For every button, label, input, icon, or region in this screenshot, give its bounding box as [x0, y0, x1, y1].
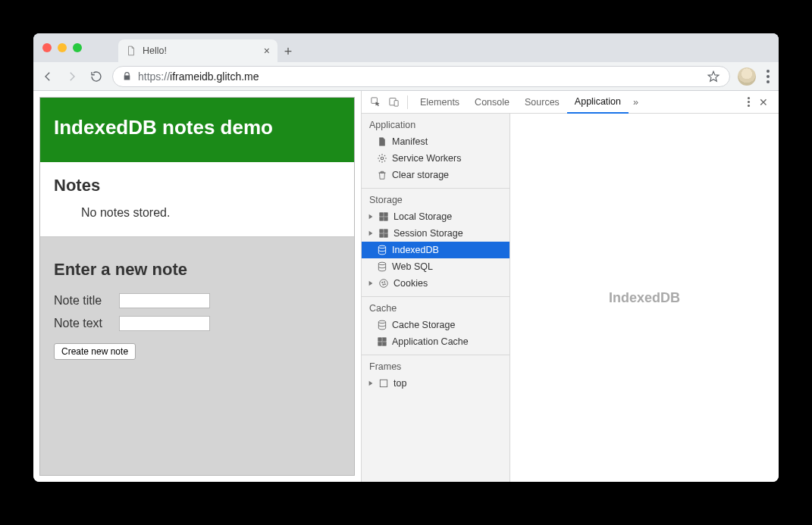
url: https://iframeidb.glitch.me	[138, 70, 259, 83]
svg-rect-8	[380, 230, 384, 233]
profile-avatar[interactable]	[738, 67, 756, 86]
svg-rect-7	[384, 217, 388, 221]
database-icon	[377, 320, 387, 330]
sidebar-item-manifest[interactable]: Manifest	[362, 133, 509, 150]
database-icon	[377, 245, 387, 255]
svg-rect-23	[383, 342, 387, 346]
window-maximize-button[interactable]	[73, 43, 82, 52]
group-frames: Frames top	[362, 355, 509, 396]
notes-empty-message: No notes stored.	[54, 206, 340, 220]
item-label: Clear storage	[392, 170, 449, 180]
item-label: Local Storage	[393, 211, 452, 222]
group-application: Application Manifest Service Workers	[362, 114, 509, 189]
main-placeholder: IndexedDB	[609, 290, 680, 306]
application-sidebar: Application Manifest Service Workers	[362, 114, 510, 482]
new-tab-button[interactable]: +	[277, 41, 299, 62]
svg-point-16	[384, 281, 385, 283]
new-note-form: Enter a new note Note title Note text Cr…	[40, 236, 354, 475]
sidebar-item-frame-top[interactable]: top	[362, 375, 509, 392]
device-toolbar-button[interactable]	[384, 96, 403, 108]
devtools-menu-button[interactable]	[745, 97, 753, 107]
note-title-input[interactable]	[119, 293, 210, 308]
note-text-input[interactable]	[119, 316, 210, 331]
sidebar-item-service-workers[interactable]: Service Workers	[362, 150, 509, 167]
expand-icon[interactable]	[368, 214, 374, 220]
svg-rect-6	[380, 217, 384, 221]
create-note-button[interactable]: Create new note	[54, 343, 136, 360]
tab-strip: Hello! × +	[33, 33, 779, 62]
tab-elements[interactable]: Elements	[412, 91, 467, 114]
sidebar-item-local-storage[interactable]: Local Storage	[362, 208, 509, 225]
bookmark-star-icon[interactable]	[707, 70, 720, 83]
expand-icon[interactable]	[368, 280, 374, 286]
sidebar-item-session-storage[interactable]: Session Storage	[362, 225, 509, 242]
svg-point-17	[383, 284, 384, 286]
devtools-body: Application Manifest Service Workers	[362, 114, 779, 482]
sidebar-item-cache-storage[interactable]: Cache Storage	[362, 317, 509, 333]
form-heading: Enter a new note	[54, 260, 340, 280]
item-label: Application Cache	[392, 336, 469, 347]
sidebar-item-indexeddb[interactable]: IndexedDB	[362, 242, 509, 258]
svg-point-18	[384, 283, 386, 285]
item-label: Service Workers	[392, 153, 461, 164]
item-label: Web SQL	[392, 261, 433, 272]
note-title-label: Note title	[54, 294, 111, 308]
sidebar-item-application-cache[interactable]: Application Cache	[362, 333, 509, 350]
note-text-label: Note text	[54, 317, 111, 330]
tab-sources[interactable]: Sources	[517, 91, 567, 114]
sidebar-item-websql[interactable]: Web SQL	[362, 258, 509, 275]
expand-icon[interactable]	[368, 230, 374, 236]
notes-section: Notes No notes stored.	[40, 162, 354, 236]
group-cache: Cache Cache Storage Application Cache	[362, 297, 509, 355]
page-container: IndexedDB notes demo Notes No notes stor…	[39, 97, 355, 476]
file-icon	[377, 136, 387, 147]
tab-console[interactable]: Console	[467, 91, 517, 114]
cookie-icon	[378, 278, 389, 289]
group-heading: Frames	[362, 355, 509, 375]
svg-point-13	[378, 262, 385, 265]
window-close-button[interactable]	[42, 43, 52, 52]
group-heading: Application	[362, 114, 509, 133]
forward-button[interactable]	[64, 68, 80, 85]
database-icon	[377, 261, 387, 272]
tab-application[interactable]: Application	[567, 91, 629, 114]
devtools: Elements Console Sources Application » ✕…	[361, 91, 779, 482]
svg-rect-21	[383, 338, 387, 342]
browser-tab[interactable]: Hello! ×	[118, 39, 277, 62]
group-heading: Cache	[362, 297, 509, 317]
frame-icon	[378, 378, 389, 389]
note-text-field: Note text	[54, 316, 340, 331]
web-page: IndexedDB notes demo Notes No notes stor…	[33, 91, 361, 482]
expand-icon[interactable]	[368, 380, 374, 386]
browser-window: Hello! × + https://iframeidb.glitch.me	[33, 33, 779, 482]
trash-icon	[377, 170, 387, 180]
notes-heading: Notes	[54, 176, 340, 195]
devtools-main-panel: IndexedDB	[510, 114, 779, 482]
devtools-tabbar: Elements Console Sources Application » ✕	[362, 91, 779, 114]
item-label: IndexedDB	[392, 245, 439, 255]
tab-title: Hello!	[143, 45, 258, 56]
group-heading: Storage	[362, 189, 509, 208]
inspect-element-button[interactable]	[366, 96, 384, 108]
svg-point-15	[381, 282, 383, 283]
tabs-overflow-button[interactable]: »	[629, 91, 643, 114]
address-bar[interactable]: https://iframeidb.glitch.me	[112, 66, 730, 87]
browser-menu-button[interactable]	[763, 70, 773, 83]
sidebar-item-cookies[interactable]: Cookies	[362, 275, 509, 292]
devtools-close-button[interactable]: ✕	[753, 96, 774, 108]
svg-rect-24	[380, 380, 387, 386]
window-minimize-button[interactable]	[58, 43, 67, 52]
reload-button[interactable]	[88, 68, 105, 85]
back-button[interactable]	[39, 68, 56, 85]
item-label: Cache Storage	[392, 320, 455, 330]
item-label: top	[393, 378, 406, 389]
sidebar-item-clear-storage[interactable]: Clear storage	[362, 167, 509, 183]
svg-point-12	[378, 245, 385, 248]
svg-rect-5	[384, 213, 388, 217]
grid-icon	[377, 336, 387, 347]
svg-rect-4	[380, 213, 384, 217]
svg-point-19	[378, 320, 385, 323]
item-label: Manifest	[392, 136, 428, 147]
tab-close-button[interactable]: ×	[264, 45, 270, 57]
page-title: IndexedDB notes demo	[40, 98, 354, 162]
